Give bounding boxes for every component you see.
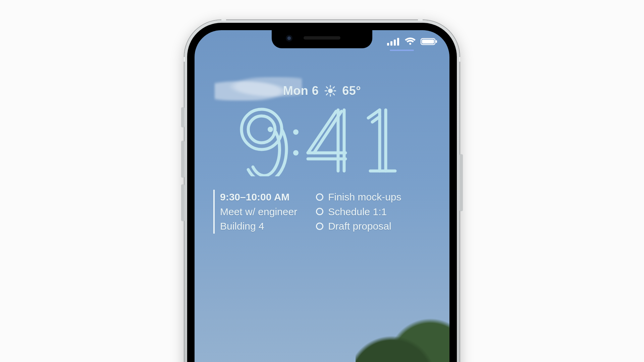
- lock-screen-content: Mon 6: [195, 30, 449, 362]
- antenna-band: [184, 57, 185, 62]
- calendar-time-range: 9:30–10:00 AM: [220, 190, 297, 204]
- antenna-band: [221, 19, 226, 21]
- reminder-radio-icon[interactable]: [316, 208, 323, 215]
- reminder-item[interactable]: Finish mock-ups: [316, 190, 401, 204]
- reminder-label: Draft proposal: [328, 219, 391, 234]
- volume-down-button[interactable]: [181, 184, 184, 221]
- svg-rect-3: [397, 38, 399, 46]
- svg-line-14: [333, 87, 334, 88]
- svg-point-18: [268, 127, 273, 132]
- page: Mon 6: [0, 0, 644, 362]
- status-bar-underline: [390, 50, 414, 51]
- volume-up-button[interactable]: [181, 141, 184, 178]
- lock-date-label: Mon 6: [283, 84, 319, 98]
- earpiece-speaker: [304, 36, 340, 40]
- antenna-band: [459, 57, 460, 62]
- side-power-button[interactable]: [460, 154, 463, 211]
- cellular-signal-icon: [387, 38, 400, 46]
- svg-line-12: [326, 87, 328, 88]
- reminders-widget[interactable]: Finish mock-ups Schedule 1:1 Draft propo…: [316, 190, 401, 234]
- phone-frame: Mon 6: [184, 20, 460, 362]
- svg-point-7: [328, 88, 333, 93]
- front-camera: [286, 35, 292, 42]
- phone-bezel: Mon 6: [187, 23, 457, 362]
- calendar-event-title: Meet w/ engineer: [220, 204, 297, 219]
- svg-rect-5: [422, 40, 434, 44]
- lock-temp-label: 65°: [342, 84, 361, 98]
- svg-rect-0: [387, 43, 389, 46]
- reminder-radio-icon[interactable]: [316, 223, 323, 230]
- reminder-item[interactable]: Schedule 1:1: [316, 204, 401, 219]
- wifi-icon: [405, 38, 416, 46]
- reminder-label: Schedule 1:1: [328, 204, 387, 219]
- svg-rect-1: [390, 41, 392, 46]
- calendar-event-location: Building 4: [220, 219, 297, 234]
- svg-rect-2: [394, 40, 396, 46]
- lock-clock[interactable]: [195, 103, 449, 176]
- calendar-widget[interactable]: 9:30–10:00 AM Meet w/ engineer Building …: [213, 190, 297, 234]
- svg-point-19: [293, 129, 299, 135]
- svg-line-13: [333, 94, 334, 95]
- date-weather-row[interactable]: Mon 6: [195, 84, 449, 98]
- sun-icon: [325, 85, 336, 97]
- reminder-item[interactable]: Draft proposal: [316, 219, 401, 234]
- svg-rect-6: [436, 40, 437, 43]
- ring-silent-switch[interactable]: [181, 107, 184, 127]
- lock-widgets-row: 9:30–10:00 AM Meet w/ engineer Building …: [213, 190, 431, 234]
- status-bar: [387, 38, 437, 46]
- battery-icon: [421, 38, 437, 46]
- reminder-label: Finish mock-ups: [328, 190, 401, 204]
- lock-screen[interactable]: Mon 6: [195, 30, 449, 362]
- reminder-radio-icon[interactable]: [316, 193, 323, 201]
- display-notch: [272, 30, 372, 48]
- svg-line-15: [326, 94, 328, 95]
- svg-point-20: [293, 150, 299, 156]
- antenna-band: [418, 19, 423, 21]
